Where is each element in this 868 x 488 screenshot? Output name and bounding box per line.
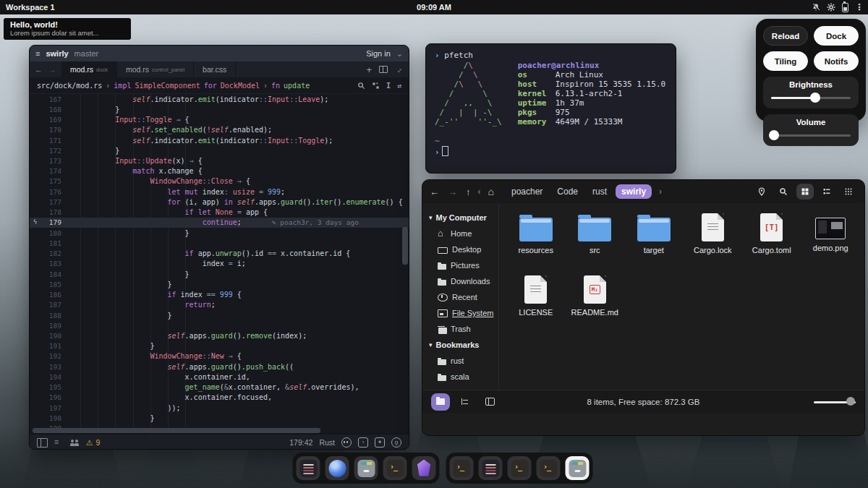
split-pane-icon[interactable] bbox=[379, 66, 388, 73]
file-item-target[interactable]: target bbox=[624, 213, 684, 275]
assistant-panel-icon[interactable]: ✦ bbox=[375, 437, 385, 448]
dock-item-code-editor[interactable] bbox=[479, 456, 503, 480]
tab-mod.rs[interactable]: mod.rscontrol_panel bbox=[117, 61, 194, 77]
code-line-193[interactable]: 193 self.apps.guard().push_back(( bbox=[30, 361, 409, 372]
panel-toggle-button[interactable] bbox=[480, 393, 499, 411]
code-line-170[interactable]: 170 self.set_enabled(!self.enabled); bbox=[30, 125, 409, 135]
dock-item-terminal[interactable] bbox=[450, 456, 474, 480]
code-line-188[interactable]: 188 } bbox=[30, 310, 409, 320]
nav-back-icon[interactable]: ← bbox=[430, 187, 439, 197]
nav-up-icon[interactable]: ↑ bbox=[466, 187, 471, 197]
file-item-LICENSE[interactable]: LICENSE bbox=[506, 275, 566, 338]
notification-toast[interactable]: Hello, world! Lorem ipsum dolar sit amet… bbox=[4, 18, 131, 40]
nav-back-icon[interactable]: ← bbox=[35, 65, 43, 74]
collab-panel-icon[interactable] bbox=[70, 439, 80, 447]
dock-item-file-manager[interactable] bbox=[566, 456, 590, 480]
code-line-183[interactable]: 183 index = i; bbox=[30, 259, 409, 269]
dock-item-browser[interactable] bbox=[326, 456, 349, 480]
notifications-panel-icon[interactable]: ϙ bbox=[391, 437, 401, 448]
notifications-muted-icon[interactable] bbox=[812, 3, 820, 12]
new-tab-icon[interactable]: + bbox=[366, 64, 372, 75]
grid-view-icon[interactable] bbox=[796, 184, 814, 200]
editor-titlebar[interactable]: ≡ swirly master Sign in ⌄ bbox=[30, 46, 409, 61]
code-line-173[interactable]: 173 Input::Update(x) ⇒ { bbox=[30, 155, 409, 166]
code-line-169[interactable]: 169 Input::Toggle ⇒ { bbox=[30, 114, 409, 124]
volume-slider[interactable] bbox=[771, 131, 851, 140]
sidebar-section-network[interactable]: ▾Network bbox=[429, 385, 498, 390]
editor-breadcrumb[interactable]: src/dock/mod.rs›implSimpleComponentforDo… bbox=[30, 77, 409, 94]
location-pin-icon[interactable] bbox=[753, 184, 770, 200]
search-icon[interactable] bbox=[357, 82, 365, 90]
dock-item-code-editor[interactable] bbox=[297, 456, 320, 480]
vertical-scrollbar[interactable] bbox=[402, 227, 408, 265]
terminal-panel-icon[interactable]: › bbox=[358, 437, 368, 448]
code-line-172[interactable]: 172 } bbox=[30, 145, 409, 155]
replace-icon[interactable] bbox=[372, 82, 380, 90]
project-panel-icon[interactable] bbox=[37, 438, 48, 448]
tiling-button[interactable]: Tiling bbox=[763, 51, 808, 71]
file-item-resources[interactable]: resources bbox=[506, 213, 566, 275]
code-line-198[interactable]: 198 } bbox=[30, 413, 409, 423]
dock-item-file-manager[interactable] bbox=[354, 456, 378, 480]
sidebar-section-my-computer[interactable]: ▾My Computer bbox=[429, 210, 498, 226]
sidebar-item-file-system[interactable]: File System bbox=[429, 305, 498, 321]
sidebar-item-desktop[interactable]: Desktop bbox=[429, 241, 498, 257]
code-line-167[interactable]: 167 self.indicator.emit(indicator::Input… bbox=[30, 94, 409, 104]
sidebar-item-pictures[interactable]: Pictures bbox=[429, 257, 498, 273]
crumb-right-chevron-icon[interactable]: › bbox=[659, 187, 662, 197]
sidebar-item-recent[interactable]: Recent bbox=[429, 289, 498, 305]
sidebar-item-downloads[interactable]: Downloads bbox=[429, 273, 498, 289]
code-line-190[interactable]: 190 self.apps.guard().remove(index); bbox=[30, 330, 409, 341]
search-icon[interactable] bbox=[775, 184, 792, 200]
code-line-179[interactable]: ϟ179 continue;✎ poach3r, 3 days ago bbox=[30, 218, 409, 228]
code-line-171[interactable]: 171 self.indicator.emit(indicator::Input… bbox=[30, 135, 409, 145]
settings-gear-icon[interactable] bbox=[827, 3, 835, 12]
crumb-left-chevron-icon[interactable]: ‹ bbox=[478, 187, 481, 197]
list-view-icon[interactable] bbox=[818, 184, 835, 200]
dock-button[interactable]: Dock bbox=[814, 26, 859, 46]
notifs-button[interactable]: Notifs bbox=[814, 51, 859, 71]
nav-forward-icon[interactable]: → bbox=[448, 187, 457, 197]
breadcrumb-rust[interactable]: rust bbox=[587, 184, 613, 199]
code-action-icon[interactable]: ϟ bbox=[33, 218, 37, 226]
dock-item-terminal[interactable] bbox=[508, 456, 532, 480]
regex-icon[interactable]: ⇄ bbox=[397, 82, 401, 90]
sign-in-button[interactable]: Sign in bbox=[366, 49, 391, 58]
nav-forward-icon[interactable]: → bbox=[49, 65, 57, 74]
code-editor-area[interactable]: 167 self.indicator.emit(indicator::Input… bbox=[30, 94, 409, 434]
code-line-177[interactable]: 177 for (i, app) in self.apps.guard().it… bbox=[30, 197, 409, 207]
tree-view-button[interactable] bbox=[456, 393, 475, 411]
code-line-189[interactable]: 189 bbox=[30, 320, 409, 330]
git-branch[interactable]: master bbox=[75, 49, 99, 58]
diagnostics-warning[interactable]: ⚠9 bbox=[86, 438, 100, 447]
tab-mod.rs[interactable]: mod.rsdock bbox=[61, 61, 117, 77]
tab-bar.css[interactable]: bar.css bbox=[194, 61, 236, 77]
overflow-menu-icon[interactable]: ⋮ bbox=[855, 4, 864, 11]
breadcrumb-Code[interactable]: Code bbox=[551, 184, 584, 199]
copilot-icon[interactable] bbox=[341, 437, 352, 448]
code-line-194[interactable]: 194 x.container.id, bbox=[30, 372, 409, 382]
outline-panel-icon[interactable] bbox=[54, 439, 64, 447]
breadcrumb-poacher[interactable]: poacher bbox=[506, 184, 548, 199]
code-line-185[interactable]: 185 } bbox=[30, 279, 409, 289]
file-item-README.md[interactable]: M↓README.md bbox=[566, 275, 625, 338]
sidebar-item-home[interactable]: Home bbox=[429, 226, 498, 241]
code-line-182[interactable]: 182 if app.unwrap().id == x.container.id… bbox=[30, 249, 409, 259]
code-line-178[interactable]: 178 if let None = app { bbox=[30, 207, 409, 218]
menu-grid-icon[interactable] bbox=[840, 184, 857, 200]
code-line-195[interactable]: 195 get_name(&x.container, &self.overrid… bbox=[30, 382, 409, 393]
home-icon[interactable]: ⌂ bbox=[488, 188, 494, 195]
dock-item-gem[interactable] bbox=[412, 456, 436, 480]
file-item-Cargo.lock[interactable]: Cargo.lock bbox=[684, 213, 743, 275]
text-cursor-icon[interactable]: I bbox=[386, 82, 391, 90]
project-name[interactable]: swirly bbox=[46, 49, 68, 58]
code-line-175[interactable]: 175 WindowChange::Close ⇒ { bbox=[30, 176, 409, 187]
brightness-slider[interactable] bbox=[771, 93, 851, 102]
sidebar-item-rust[interactable]: rust bbox=[429, 353, 498, 369]
dock-item-terminal[interactable] bbox=[537, 456, 561, 480]
sidebar-item-trash[interactable]: Trash bbox=[429, 321, 498, 337]
cursor-position[interactable]: 179:42 bbox=[289, 438, 312, 447]
breadcrumb-swirly[interactable]: swirly bbox=[616, 184, 652, 199]
dock-item-terminal[interactable] bbox=[383, 456, 407, 480]
file-item-demo.png[interactable]: demo.png bbox=[801, 213, 861, 275]
